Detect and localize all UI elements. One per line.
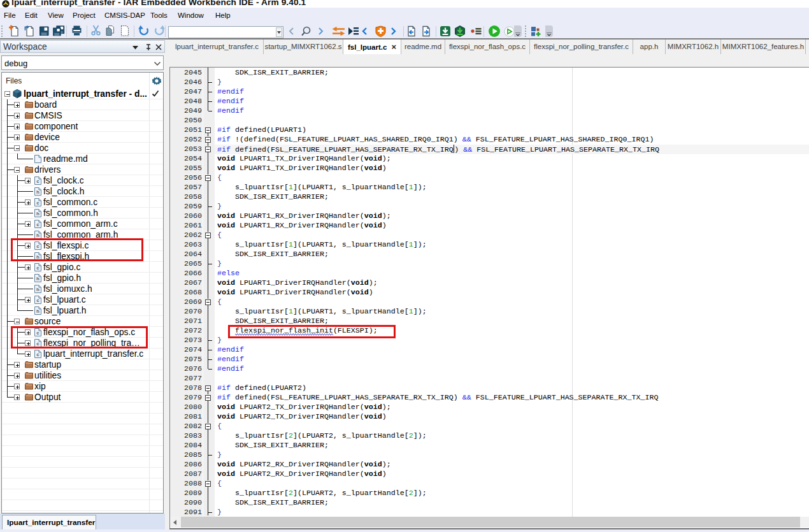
svg-text:c: c — [36, 178, 39, 184]
svg-text:h: h — [36, 233, 39, 238]
svg-text:h: h — [36, 211, 39, 217]
svg-text:h: h — [36, 276, 39, 282]
svg-text:c: c — [36, 298, 39, 303]
svg-text:c: c — [36, 352, 39, 357]
svg-text:c: c — [36, 200, 39, 206]
svg-text:h: h — [36, 189, 39, 195]
svg-text:c: c — [36, 265, 39, 271]
svg-text:h: h — [36, 308, 39, 314]
svg-text:c: c — [36, 222, 39, 227]
svg-text:h: h — [36, 287, 39, 292]
